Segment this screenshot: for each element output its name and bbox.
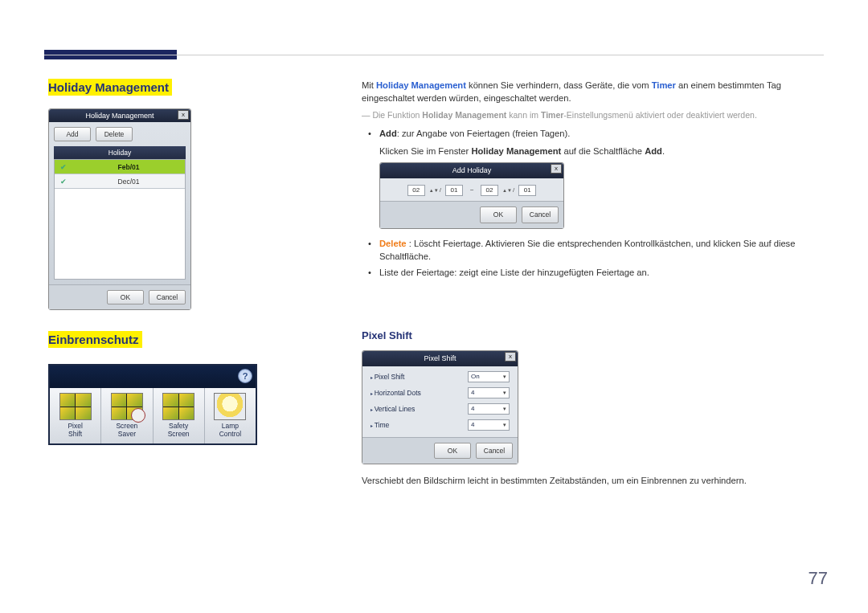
date-range-row: 02 ▲▼ / 01 ~ 02 ▲▼ / 01 <box>380 178 563 201</box>
pixel-shift-description: Verschiebt den Bildschirm leicht in best… <box>362 474 836 487</box>
clock-icon <box>111 393 143 420</box>
month-from-field[interactable]: 02 <box>407 185 425 196</box>
delete-button[interactable]: Delete <box>96 127 133 141</box>
checkbox-icon[interactable]: ✔ <box>55 163 72 171</box>
panel-footer: OK Cancel <box>380 201 563 227</box>
intro-paragraph: Mit Holiday Management können Sie verhin… <box>362 79 836 104</box>
grid-icon <box>59 393 92 420</box>
cancel-button[interactable]: Cancel <box>149 290 186 304</box>
table-header-holiday: Holiday <box>54 146 186 159</box>
heading-holiday-management: Holiday Management <box>48 79 172 96</box>
strip-item-lamp-control[interactable]: LampControl <box>205 388 256 443</box>
panel-title-text: Pixel Shift <box>424 354 456 362</box>
setting-dropdown[interactable]: 4▾ <box>468 403 510 415</box>
close-icon[interactable]: x <box>505 352 516 362</box>
header-rule <box>44 55 824 55</box>
note-line: ― Die Funktion Holiday Management kann i… <box>362 109 836 121</box>
grid-icon <box>162 393 194 420</box>
add-button[interactable]: Add <box>54 127 91 141</box>
bulb-icon <box>214 393 246 420</box>
stepper-icon[interactable]: ▲▼ <box>429 189 436 193</box>
day-from-field[interactable]: 01 <box>445 185 463 196</box>
page-number: 77 <box>809 568 828 589</box>
strip-label: LampControl <box>205 423 256 439</box>
heading-pixel-shift: Pixel Shift <box>362 329 836 344</box>
term-holiday-management: Holiday Management <box>376 80 466 90</box>
ok-button[interactable]: OK <box>480 206 517 223</box>
panel-body: Pixel Shift On▾ Horizontal Dots 4▾ Verti… <box>362 366 518 437</box>
holiday-date: Dec/01 <box>72 178 185 186</box>
setting-row-horizontal-dots: Horizontal Dots 4▾ <box>371 387 510 398</box>
bullet-list: Delete : Löscht Feiertage. Aktivieren Si… <box>368 237 836 280</box>
setting-label: Horizontal Dots <box>371 388 421 398</box>
setting-row-vertical-lines: Vertical Lines 4▾ <box>371 403 510 415</box>
ok-button[interactable]: OK <box>434 443 471 459</box>
close-icon[interactable]: x <box>551 164 562 174</box>
panel-footer: OK Cancel <box>49 284 190 309</box>
strip-item-safety-screen[interactable]: SafetyScreen <box>154 388 205 443</box>
strip-item-screen-saver[interactable]: ScreenSaver <box>101 388 153 443</box>
einbrennschutz-strip: ? PixelShift ScreenSaver SafetyScreen La… <box>48 364 257 445</box>
setting-label: Pixel Shift <box>371 372 404 382</box>
slash: / <box>513 186 514 195</box>
chevron-down-icon: ▾ <box>503 405 506 413</box>
setting-dropdown[interactable]: 4▾ <box>468 419 510 431</box>
strip-icons: PixelShift ScreenSaver SafetyScreen Lamp… <box>50 388 256 443</box>
help-icon[interactable]: ? <box>238 369 252 383</box>
setting-dropdown[interactable]: On▾ <box>468 371 510 382</box>
panel-title-text: Add Holiday <box>452 166 492 174</box>
strip-label: SafetyScreen <box>154 423 204 439</box>
setting-label: Time <box>371 420 389 430</box>
bullet-holiday-list: Liste der Feiertage: zeigt eine Liste de… <box>368 266 836 279</box>
toolbar: Add Delete <box>54 127 186 141</box>
chevron-down-icon: ▾ <box>503 421 506 429</box>
holiday-management-panel: Holiday Management x Add Delete Holiday … <box>48 108 191 310</box>
holiday-list: ✔ Feb/01 ✔ Dec/01 <box>54 159 186 280</box>
pixel-shift-panel: Pixel Shift x Pixel Shift On▾ Horizontal… <box>362 350 518 464</box>
slash: / <box>440 186 441 195</box>
stepper-icon[interactable]: ▲▼ <box>502 189 509 193</box>
day-to-field[interactable]: 01 <box>518 185 536 196</box>
bullet-list: Add: zur Angabe von Feiertagen (freien T… <box>368 127 836 140</box>
strip-label: PixelShift <box>50 423 100 439</box>
strip-item-pixel-shift[interactable]: PixelShift <box>50 388 101 443</box>
panel-title-text: Holiday Management <box>85 112 154 120</box>
left-column: Holiday Management Holiday Management x … <box>48 79 305 445</box>
bullet-add-subline: Klicken Sie im Fenster Holiday Managemen… <box>379 145 836 157</box>
table-row[interactable]: ✔ Feb/01 <box>55 160 185 174</box>
panel-title: Add Holiday x <box>380 163 563 178</box>
strip-header: ? <box>50 366 256 388</box>
setting-row-pixel-shift: Pixel Shift On▾ <box>371 371 510 382</box>
holiday-date: Feb/01 <box>72 163 185 171</box>
right-column: Mit Holiday Management können Sie verhin… <box>362 79 836 488</box>
bullet-add: Add: zur Angabe von Feiertagen (freien T… <box>368 127 836 140</box>
ok-button[interactable]: OK <box>107 290 144 304</box>
checkbox-icon[interactable]: ✔ <box>55 178 72 186</box>
cancel-button[interactable]: Cancel <box>522 206 559 223</box>
panel-title: Holiday Management x <box>49 109 190 122</box>
panel-footer: OK Cancel <box>362 437 518 464</box>
panel-title: Pixel Shift x <box>362 351 518 366</box>
setting-row-time: Time 4▾ <box>371 419 510 431</box>
table-row[interactable]: ✔ Dec/01 <box>55 174 185 189</box>
setting-dropdown[interactable]: 4▾ <box>468 387 510 398</box>
setting-label: Vertical Lines <box>371 404 415 414</box>
chevron-down-icon: ▾ <box>503 373 506 381</box>
strip-label: ScreenSaver <box>101 423 152 439</box>
close-icon[interactable]: x <box>178 110 189 120</box>
heading-einbrennschutz: Einbrennschutz <box>48 331 142 348</box>
cancel-button[interactable]: Cancel <box>476 443 513 459</box>
term-timer: Timer <box>652 80 676 90</box>
bullet-delete: Delete : Löscht Feiertage. Aktivieren Si… <box>368 237 836 263</box>
add-holiday-panel: Add Holiday x 02 ▲▼ / 01 ~ 02 ▲▼ / 01 OK… <box>379 162 564 228</box>
panel-body: Add Delete Holiday ✔ Feb/01 ✔ Dec/01 <box>49 122 190 284</box>
month-to-field[interactable]: 02 <box>481 185 498 196</box>
chevron-down-icon: ▾ <box>503 389 506 397</box>
range-separator: ~ <box>467 186 477 195</box>
